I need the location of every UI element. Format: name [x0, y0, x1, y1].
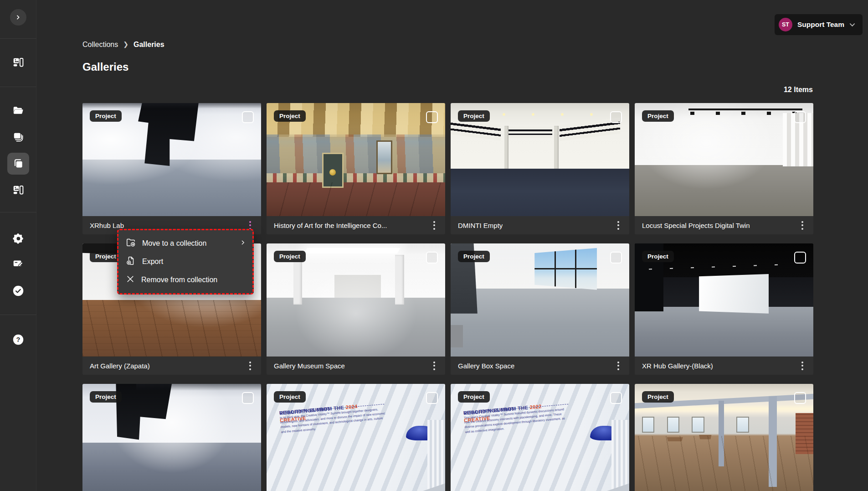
- card-title: Locust Special Projects Digital Twin: [642, 222, 750, 229]
- page-title: Galleries: [82, 61, 128, 73]
- dashboard-icon: [12, 57, 24, 68]
- card-checkbox[interactable]: [242, 111, 254, 123]
- card-edit-icon: [12, 258, 24, 269]
- card-checkbox[interactable]: [794, 392, 806, 404]
- sidebar-item-help[interactable]: ?: [7, 329, 29, 351]
- card-thumbnail: Project: [451, 103, 629, 216]
- dashboard-icon: [12, 184, 24, 196]
- gallery-card[interactable]: Project History of Art for the Intellige…: [267, 103, 445, 234]
- items-count: 12 Items: [784, 86, 813, 94]
- chevron-right-icon: ❯: [123, 41, 128, 48]
- card-checkbox[interactable]: [794, 252, 806, 264]
- avatar: ST: [779, 18, 792, 31]
- card-checkbox[interactable]: [426, 111, 438, 123]
- sidebar-divider: [0, 212, 36, 212]
- menu-item-move-to-collection[interactable]: Move to a collection: [118, 234, 252, 253]
- card-thumbnail: Project: [267, 243, 445, 357]
- gallery-card[interactable]: Project XR Hub Gallery-(Black): [635, 243, 813, 375]
- chevron-right-icon: [15, 14, 22, 21]
- card-thumbnail: Project: [635, 103, 813, 216]
- card-title: Gallery Museum Space: [274, 362, 345, 370]
- sidebar-item-projects[interactable]: [7, 100, 29, 122]
- kebab-menu-icon[interactable]: [612, 219, 625, 232]
- card-context-menu: Move to a collection Export Remove from …: [117, 229, 254, 295]
- breadcrumb-collections[interactable]: Collections: [82, 41, 118, 49]
- project-badge: Project: [458, 110, 490, 122]
- breadcrumb: Collections ❯ Galleries: [82, 41, 164, 49]
- close-icon: [126, 274, 135, 285]
- gallery-card[interactable]: RECORDINGS FROM THE 2022 CREATIVE VITALI…: [451, 384, 629, 491]
- chevron-down-icon: [849, 21, 855, 29]
- card-title: DMINTI Empty: [458, 222, 503, 229]
- folder-move-icon: [126, 238, 136, 249]
- card-title: Art Gallery (Zapata): [90, 362, 150, 370]
- card-title: XR Hub Gallery-(Black): [642, 362, 713, 370]
- card-thumbnail: Project: [451, 243, 629, 357]
- gallery-card[interactable]: RECORDINGS FROM THE 2024 CREATIVE VITALI…: [267, 384, 445, 491]
- project-badge: Project: [642, 110, 674, 122]
- sidebar-expand-button[interactable]: [10, 9, 26, 26]
- project-badge: Project: [642, 391, 674, 403]
- gallery-card[interactable]: Project Gallery Box Space: [451, 243, 629, 375]
- user-menu[interactable]: ST Support Team: [775, 14, 863, 35]
- card-thumbnail: Project: [82, 103, 261, 216]
- kebab-menu-icon[interactable]: [796, 359, 809, 372]
- user-name: Support Team: [797, 21, 844, 29]
- export-icon: [126, 256, 136, 268]
- menu-item-label: Export: [142, 258, 163, 266]
- sidebar-item-galleries[interactable]: [7, 153, 29, 175]
- sidebar-item-feedback[interactable]: [7, 253, 29, 274]
- sidebar: ?: [0, 0, 36, 491]
- card-checkbox[interactable]: [794, 111, 806, 123]
- project-badge: Project: [90, 110, 122, 122]
- project-badge: Project: [274, 110, 306, 122]
- project-badge: Project: [90, 391, 122, 403]
- kebab-menu-icon[interactable]: [796, 219, 809, 232]
- card-thumbnail: Project: [635, 384, 813, 491]
- sidebar-divider: [0, 315, 36, 315]
- kebab-menu-icon[interactable]: [428, 219, 441, 232]
- card-thumbnail: RECORDINGS FROM THE 2024 CREATIVE VITALI…: [267, 384, 445, 491]
- gallery-card[interactable]: Project DMINTI Empty: [451, 103, 629, 234]
- layers-icon: [12, 131, 24, 143]
- copy-icon: [12, 158, 24, 170]
- gallery-card[interactable]: Project: [82, 384, 261, 491]
- gallery-card[interactable]: Project Gallery Museum Space: [267, 243, 445, 375]
- gallery-card[interactable]: Project XRhub Lab: [82, 103, 261, 234]
- card-checkbox[interactable]: [610, 392, 622, 404]
- menu-item-label: Move to a collection: [142, 239, 206, 248]
- breadcrumb-galleries: Galleries: [134, 41, 164, 49]
- card-thumbnail: Project: [82, 384, 261, 491]
- sidebar-item-overview[interactable]: [7, 52, 29, 73]
- card-checkbox[interactable]: [610, 111, 622, 123]
- card-checkbox[interactable]: [426, 392, 438, 404]
- gallery-card[interactable]: Project Locust Special Projects Digital …: [635, 103, 813, 234]
- sidebar-item-templates[interactable]: [7, 179, 29, 201]
- card-checkbox[interactable]: [610, 252, 622, 264]
- kebab-menu-icon[interactable]: [612, 359, 625, 372]
- menu-item-export[interactable]: Export: [118, 253, 252, 271]
- sidebar-item-settings[interactable]: [7, 227, 29, 249]
- card-checkbox[interactable]: [426, 252, 438, 264]
- card-checkbox[interactable]: [242, 392, 254, 404]
- gallery-card[interactable]: Project: [635, 384, 813, 491]
- sidebar-item-scenes[interactable]: [7, 126, 29, 148]
- card-thumbnail: RECORDINGS FROM THE 2022 CREATIVE VITALI…: [451, 384, 629, 491]
- folder-open-icon: [12, 105, 24, 117]
- card-thumbnail: Project: [267, 103, 445, 216]
- project-badge: Project: [458, 391, 490, 403]
- kebab-menu-icon[interactable]: [428, 359, 441, 372]
- svg-text:?: ?: [16, 336, 21, 343]
- project-badge: Project: [642, 251, 674, 262]
- check-circle-icon: [12, 284, 25, 297]
- menu-item-label: Remove from collection: [141, 276, 217, 284]
- sidebar-item-tasks[interactable]: [7, 280, 29, 302]
- sidebar-divider: [0, 38, 36, 39]
- sidebar-divider: [0, 87, 36, 87]
- card-title: XRhub Lab: [90, 222, 124, 229]
- card-title: Gallery Box Space: [458, 362, 514, 370]
- gear-icon: [12, 233, 24, 244]
- kebab-menu-icon[interactable]: [244, 359, 257, 372]
- menu-item-remove-from-collection[interactable]: Remove from collection: [118, 271, 252, 289]
- project-badge: Project: [458, 251, 490, 262]
